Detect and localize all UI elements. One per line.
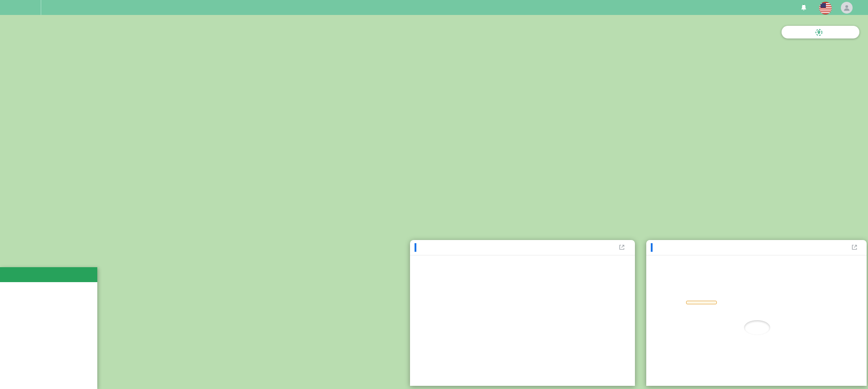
proximity-pin-icon [815,29,823,36]
legend-panel [0,267,97,389]
donut-tooltip [686,301,717,304]
universe-panel-header [646,240,867,255]
som-panel [410,240,635,386]
us-flag-icon[interactable] [819,2,832,14]
donut-hole [744,320,770,335]
user-avatar[interactable] [841,2,853,14]
top-navbar [0,0,868,15]
proximity-analysis-button[interactable] [782,26,859,38]
universe-open-in-new-icon[interactable] [851,244,858,252]
som-bar-chart [410,240,635,386]
legend-header [0,267,97,282]
notifications-bell-icon[interactable] [798,2,810,14]
navbar-divider [41,0,41,15]
universe-panel [646,240,867,386]
accent-bar [651,243,653,252]
